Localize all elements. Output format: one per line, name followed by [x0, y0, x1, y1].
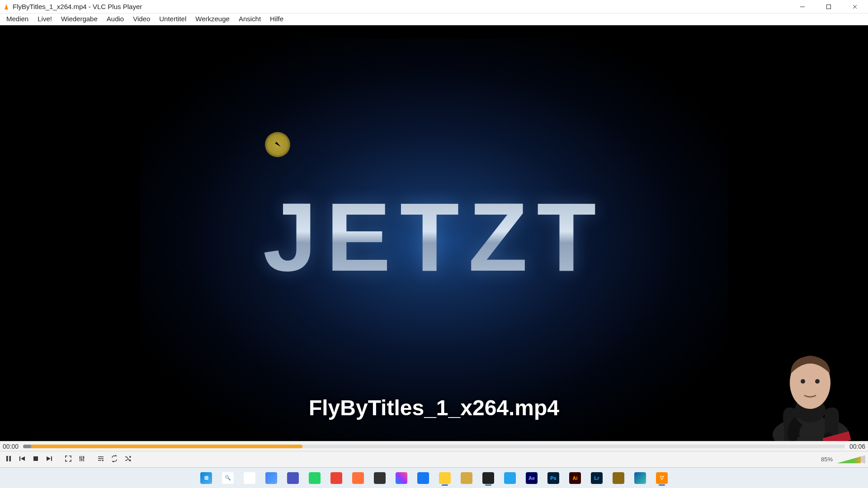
taskbar: ⊞🔍▭AePsAiLr▽ [0, 467, 868, 488]
playlist-button[interactable] [95, 454, 107, 465]
pause-button[interactable] [3, 454, 14, 465]
seek-bar[interactable] [23, 445, 845, 448]
loop-button[interactable] [108, 454, 120, 465]
aftereffects-app-icon: Ae [526, 472, 538, 484]
search-button-icon: 🔍 [222, 472, 234, 484]
start-button[interactable]: ⊞ [198, 470, 214, 486]
svg-point-8 [790, 357, 830, 409]
menu-medien[interactable]: Medien [2, 14, 33, 25]
menu-werkzeuge[interactable]: Werkzeuge [191, 14, 234, 25]
maximize-button[interactable] [816, 0, 842, 14]
taskview-button-icon: ▭ [244, 472, 255, 484]
vscode-app-icon [504, 472, 516, 484]
fullscreen-button[interactable] [62, 454, 74, 465]
current-time[interactable]: 00:00 [3, 443, 19, 450]
window-title: FlyByTitles_1_x264.mp4 - VLC Plus Player [13, 3, 142, 10]
cursor-highlight [265, 132, 290, 157]
widgets-button[interactable] [263, 470, 279, 486]
total-time[interactable]: 00:06 [849, 443, 865, 450]
explorer-app-icon [439, 472, 451, 484]
facebook-app[interactable] [415, 470, 431, 486]
next-button[interactable] [43, 454, 55, 465]
titlebar: FlyByTitles_1_x264.mp4 - VLC Plus Player [0, 0, 868, 14]
vlc-app-icon: ▽ [656, 472, 668, 484]
gmail-app-icon [330, 472, 342, 484]
svg-rect-14 [6, 456, 8, 461]
vlc-app-icon [3, 3, 10, 10]
svg-point-26 [83, 456, 85, 458]
firefox-app[interactable] [350, 470, 366, 486]
svg-marker-17 [21, 456, 25, 461]
vscode-app[interactable] [502, 470, 518, 486]
discord-app[interactable] [372, 470, 388, 486]
stop-icon [32, 455, 39, 464]
menu-untertitel[interactable]: Untertitel [155, 14, 191, 25]
vlc-app[interactable]: ▽ [654, 470, 670, 486]
svg-rect-16 [19, 456, 20, 461]
lightroom-app-icon: Lr [591, 472, 603, 484]
whatsapp-app[interactable] [307, 470, 323, 486]
app1[interactable] [458, 470, 475, 486]
obs-app[interactable] [480, 470, 496, 486]
obs-app-icon [482, 472, 494, 484]
webcam-overlay [752, 331, 865, 441]
menu-audio[interactable]: Audio [102, 14, 128, 25]
video-area[interactable]: JETZT FlyByTitles_1_x264.mp4 [0, 25, 868, 441]
app1-icon [461, 472, 472, 484]
equalizer-icon [78, 455, 85, 464]
svg-point-12 [824, 432, 833, 441]
shuffle-icon [124, 455, 132, 464]
shuffle-button[interactable] [122, 454, 134, 465]
whatsapp-app-icon [309, 472, 321, 484]
menu-ansicht[interactable]: Ansicht [234, 14, 265, 25]
app2-icon [613, 472, 624, 484]
svg-rect-19 [51, 456, 52, 461]
edge-app[interactable] [632, 470, 648, 486]
search-button[interactable]: 🔍 [220, 470, 236, 486]
svg-point-25 [81, 459, 83, 460]
seek-played [23, 445, 31, 448]
fullscreen-icon [65, 455, 72, 464]
firefox-app-icon [352, 472, 364, 484]
svg-point-6 [773, 417, 849, 441]
svg-rect-5 [752, 331, 865, 441]
menu-live[interactable]: Live! [33, 14, 57, 25]
facebook-app-icon [417, 472, 429, 484]
start-button-icon: ⊞ [200, 472, 212, 484]
discord-app-icon [374, 472, 386, 484]
video-main-text: JETZT [263, 181, 605, 293]
aftereffects-app[interactable]: Ae [524, 470, 540, 486]
extended-settings-button[interactable] [76, 454, 88, 465]
minimize-button[interactable] [789, 0, 816, 14]
skip-next-icon [46, 455, 53, 464]
stop-button[interactable] [30, 454, 42, 465]
illustrator-app-icon: Ai [569, 472, 581, 484]
svg-rect-15 [9, 456, 11, 461]
teams-app[interactable] [285, 470, 301, 486]
pause-icon [5, 455, 12, 464]
gmail-app[interactable] [328, 470, 344, 486]
seek-buffered [23, 445, 302, 448]
loop-icon [111, 455, 118, 464]
widgets-button-icon [265, 472, 277, 484]
svg-point-7 [795, 397, 826, 422]
close-button[interactable] [842, 0, 868, 14]
previous-button[interactable] [16, 454, 28, 465]
messenger-app[interactable] [393, 470, 410, 486]
taskview-button[interactable]: ▭ [241, 470, 258, 486]
svg-rect-2 [827, 5, 831, 9]
volume-fill [836, 455, 861, 464]
volume-slider[interactable] [836, 455, 865, 464]
photoshop-app[interactable]: Ps [545, 470, 561, 486]
app2[interactable] [610, 470, 627, 486]
menu-hilfe[interactable]: Hilfe [265, 14, 288, 25]
illustrator-app[interactable]: Ai [567, 470, 583, 486]
svg-rect-13 [822, 432, 851, 441]
teams-app-icon [287, 472, 299, 484]
menu-wiedergabe[interactable]: Wiedergabe [57, 14, 102, 25]
explorer-app[interactable] [437, 470, 453, 486]
lightroom-app[interactable]: Lr [589, 470, 605, 486]
messenger-app-icon [396, 472, 407, 484]
svg-rect-18 [33, 456, 38, 461]
menu-video[interactable]: Video [128, 14, 155, 25]
